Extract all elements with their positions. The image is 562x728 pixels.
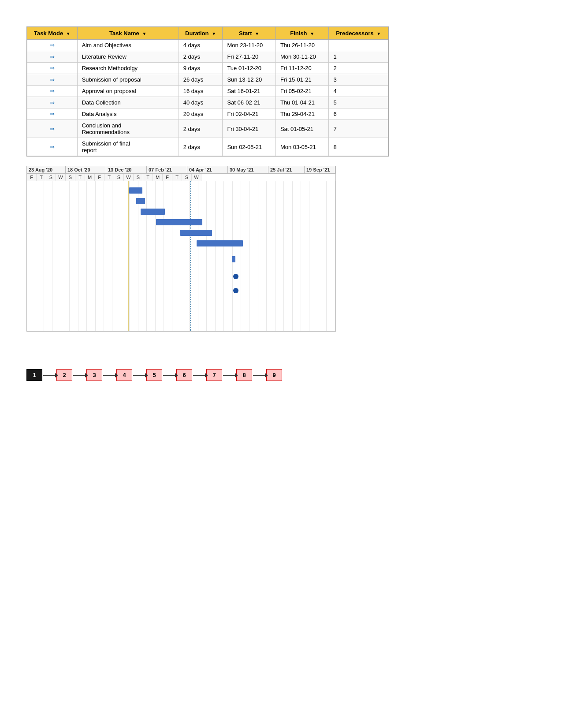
gantt-grid-col [216,181,224,331]
th-predecessors[interactable]: Predecessors ▼ [329,27,388,40]
gantt-start-line [128,181,129,331]
table-row: ⇒Data Analysis20 daysFri 02-04-21Thu 29-… [27,108,388,120]
task-mode-cell: ⇒ [27,97,78,108]
gantt-bar-4 [156,219,202,225]
gantt-grid-col [224,181,232,331]
task-finish-cell: Thu 29-04-21 [275,108,329,120]
task-table: Task Mode ▼ Task Name ▼ Duration ▼ Start… [27,27,388,156]
gantt-day-label: S [182,174,192,181]
th-task-mode[interactable]: Task Mode ▼ [27,27,78,40]
th-start[interactable]: Start ▼ [223,27,276,40]
sort-arrow-duration[interactable]: ▼ [212,31,216,36]
network-arrow [102,375,116,376]
gantt-grid-col [164,181,172,331]
gantt-grid-col [147,181,155,331]
task-duration-cell: 26 days [179,74,223,86]
sort-arrow-start[interactable]: ▼ [255,31,259,36]
task-duration-cell: 2 days [179,138,223,156]
gantt-period-label: 23 Aug '20 [27,166,66,173]
gantt-day-label: S [66,174,75,181]
gantt-day-label: F [163,174,172,181]
gantt-grid-col [112,181,121,331]
task-finish-cell: Fri 15-01-21 [275,74,329,86]
task-mode-cell: ⇒ [27,108,78,120]
task-duration-cell: 16 days [179,86,223,97]
task-finish-cell: Thu 01-04-21 [275,97,329,108]
gantt-grid-col [104,181,112,331]
task-predecessors-cell: 4 [329,86,388,97]
network-arrow [42,375,56,376]
gantt-bar-6 [197,240,243,246]
task-name-cell: Submission of proposal [77,74,179,86]
gantt-day-label: T [75,174,85,181]
gantt-period-label: 30 May '21 [228,166,268,173]
th-duration[interactable]: Duration ▼ [179,27,223,40]
gantt-day-label: S [46,174,56,181]
task-start-cell: Sun 02-05-21 [223,138,276,156]
task-start-cell: Mon 23-11-20 [223,40,276,51]
gantt-period-label: 19 Sep '21 [305,166,335,173]
th-start-label: Start [239,30,252,37]
gantt-grid-col [301,181,309,331]
sort-arrow-mode[interactable]: ▼ [66,31,71,36]
table-row: ⇒Conclusion andRecommendations2 daysFri … [27,120,388,138]
task-name-cell: Data Collection [77,97,179,108]
task-predecessors-cell: 5 [329,97,388,108]
sort-arrow-name[interactable]: ▼ [142,31,146,36]
gantt-grid-col [293,181,301,331]
gantt-grid-col [309,181,318,331]
task-start-cell: Sat 16-01-21 [223,86,276,97]
gantt-grid-col [35,181,44,331]
gantt-day-label: M [153,174,163,181]
gantt-day-label: W [124,174,134,181]
task-predecessors-cell: 8 [329,138,388,156]
gantt-grid-col [275,181,284,331]
network-node-3: 3 [86,369,102,381]
gantt-bar-5 [180,230,212,236]
table-row: ⇒Approval on proposal16 daysSat 16-01-21… [27,86,388,97]
network-arrow [192,375,206,376]
table-row: ⇒Submission of proposal26 daysSun 13-12-… [27,74,388,86]
th-finish[interactable]: Finish ▼ [275,27,329,40]
network-arrow-line [193,375,205,376]
network-arrow [72,375,86,376]
task-finish-cell: Fri 11-12-20 [275,63,329,74]
network-node-4: 4 [116,369,132,381]
task-finish-cell: Fri 05-02-21 [275,86,329,97]
th-task-name-label: Task Name [109,30,139,37]
table-row: ⇒Submission of finalreport2 daysSun 02-0… [27,138,388,156]
network-diagram: 123456789 [26,369,536,381]
gantt-day-label: S [134,174,143,181]
task-start-cell: Fri 30-04-21 [223,120,276,138]
task-start-cell: Tue 01-12-20 [223,63,276,74]
task-duration-cell: 2 days [179,120,223,138]
task-finish-cell: Sat 01-05-21 [275,120,329,138]
task-mode-cell: ⇒ [27,138,78,156]
network-arrow-line [43,375,56,376]
network-arrow-line [253,375,265,376]
gantt-grid-col [70,181,78,331]
task-finish-cell: Mon 03-05-21 [275,138,329,156]
task-duration-cell: 40 days [179,97,223,108]
task-duration-cell: 20 days [179,108,223,120]
network-arrow-line [73,375,86,376]
network-arrow-line [163,375,175,376]
gantt-day-label: T [172,174,182,181]
task-start-cell: Fri 27-11-20 [223,51,276,63]
task-predecessors-cell: 1 [329,51,388,63]
th-task-name[interactable]: Task Name ▼ [77,27,179,40]
network-node-6: 6 [176,369,192,381]
gantt-milestone-9 [233,288,238,293]
sort-arrow-finish[interactable]: ▼ [310,31,314,36]
gantt-day-label: T [37,174,46,181]
sort-arrow-predecessors[interactable]: ▼ [376,31,381,36]
network-node-1: 1 [26,369,42,381]
gantt-period-label: 04 Apr '21 [187,166,228,173]
gantt-day-label: F [27,174,37,181]
task-duration-cell: 2 days [179,51,223,63]
network-arrow-line [223,375,235,376]
gantt-grid-col [207,181,215,331]
task-predecessors-cell: 2 [329,63,388,74]
table-row: ⇒Research Methodolgy9 daysTue 01-12-20Fr… [27,63,388,74]
network-arrow [222,375,236,376]
